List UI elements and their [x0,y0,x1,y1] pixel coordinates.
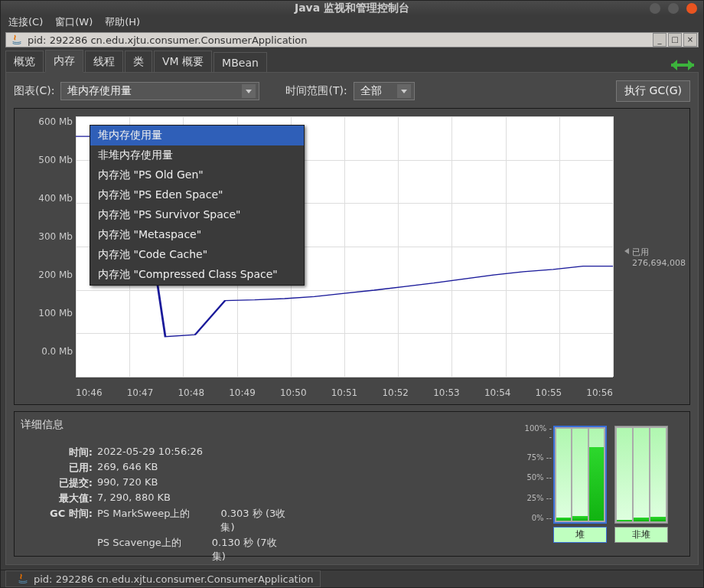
svg-marker-1 [688,60,694,70]
menu-connect[interactable]: 连接(C) [8,15,43,29]
window-title: Java 监视和管理控制台 [295,2,409,15]
connection-status-icon [671,58,694,72]
iframe-minimize[interactable]: _ [653,33,667,47]
chart-select[interactable]: 堆内存使用量 [60,82,259,100]
menu-window[interactable]: 窗口(W) [55,15,93,29]
tab-threads[interactable]: 线程 [85,51,123,72]
time-range-select[interactable]: 全部 [354,82,415,100]
perform-gc-button[interactable]: 执行 GC(G) [616,80,690,102]
memory-bars: 100% --75% --50% --25% --0% -- 堆 非堆 [523,418,683,550]
tab-mbean[interactable]: MBean [213,52,267,72]
task-item[interactable]: pid: 292286 cn.edu.xjtu.consumer.Consume… [5,570,321,587]
time-range-label: 时间范围(T): [285,84,347,98]
internal-frame-title: pid: 292286 cn.edu.xjtu.consumer.Consume… [28,34,652,46]
dropdown-option[interactable]: 内存池 "Metaspace" [90,225,304,245]
chart-select-value: 堆内存使用量 [67,84,132,98]
dropdown-option[interactable]: 内存池 "PS Survivor Space" [90,205,304,225]
pointer-left-icon [624,248,629,254]
time-range-value: 全部 [360,84,382,98]
nonheap-bar-group[interactable] [614,426,668,524]
heap-caption[interactable]: 堆 [553,527,607,543]
close-button[interactable] [686,3,697,14]
details-panel: 详细信息 时间:2022-05-29 10:56:26 已用:269, 646 … [14,411,690,557]
task-item-label: pid: 292286 cn.edu.xjtu.consumer.Consume… [34,573,314,585]
dropdown-option[interactable]: 堆内存使用量 [90,126,304,145]
memory-bar[interactable] [634,428,649,521]
maximize-button[interactable] [668,3,679,14]
svg-marker-2 [671,60,677,70]
dropdown-option[interactable]: 内存池 "Compressed Class Space" [90,265,304,285]
dropdown-option[interactable]: 内存池 "Code Cache" [90,245,304,265]
chart-select-dropdown[interactable]: 堆内存使用量非堆内存使用量内存池 "PS Old Gen"内存池 "PS Ede… [90,125,305,286]
chart-select-label: 图表(C): [14,84,54,98]
chevron-down-icon [397,84,411,98]
tabbar: 概览 内存 线程 类 VM 概要 MBean [1,47,703,72]
app-window: Java 监视和管理控制台 连接(C) 窗口(W) 帮助(H) pid: 292… [0,0,704,588]
minimize-button[interactable] [650,3,660,14]
window-titlebar[interactable]: Java 监视和管理控制台 [1,1,703,15]
nonheap-caption[interactable]: 非堆 [614,527,668,543]
tab-vm[interactable]: VM 概要 [154,51,212,72]
details-title: 详细信息 [21,418,523,432]
tab-classes[interactable]: 类 [125,51,152,72]
chart-end-label: 已用 276,694,008 [632,247,686,268]
dropdown-option[interactable]: 内存池 "PS Eden Space" [90,185,304,205]
menubar: 连接(C) 窗口(W) 帮助(H) [1,15,703,29]
iframe-close[interactable]: × [683,33,697,47]
iframe-maximize[interactable]: □ [668,33,682,47]
dropdown-option[interactable]: 内存池 "PS Old Gen" [90,165,304,185]
internal-taskbar: pid: 292286 cn.edu.xjtu.consumer.Consume… [1,570,703,587]
memory-bar[interactable] [556,429,571,521]
chart-x-axis: 10:4610:4710:4810:4910:5010:5110:5210:53… [15,384,689,404]
controls-row: 图表(C): 堆内存使用量 时间范围(T): 全部 执行 GC(G) [14,80,690,102]
memory-bar[interactable] [617,428,632,521]
heap-bar-group[interactable] [553,426,607,524]
chart-y-axis: 600 Mb500 Mb400 Mb300 Mb200 Mb100 Mb0.0 … [15,109,76,384]
tab-memory[interactable]: 内存 [45,50,83,73]
menu-help[interactable]: 帮助(H) [105,15,140,29]
memory-bar[interactable] [650,428,666,521]
tab-overview[interactable]: 概览 [5,51,44,72]
memory-bar[interactable] [572,429,587,521]
memory-bar[interactable] [589,429,604,521]
chevron-down-icon [242,84,256,98]
java-icon [11,34,23,46]
dropdown-option[interactable]: 非堆内存使用量 [90,145,304,165]
internal-frame-titlebar[interactable]: pid: 292286 cn.edu.xjtu.consumer.Consume… [5,32,699,47]
java-icon [17,573,29,585]
